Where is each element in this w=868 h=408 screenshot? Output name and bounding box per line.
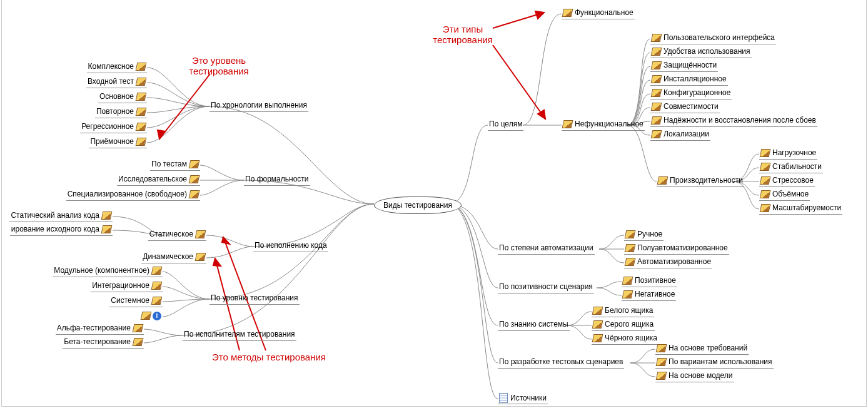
pencil-icon xyxy=(625,258,636,266)
annot-methods: Это методы тестирования xyxy=(188,352,350,362)
pencil-icon xyxy=(656,344,667,352)
pencil-icon xyxy=(189,190,200,198)
pencil-icon xyxy=(136,108,147,116)
pencil-icon xyxy=(651,34,662,42)
auto-item-2[interactable]: Автоматизированное xyxy=(624,257,712,268)
branch-executors[interactable]: По исполнителям тестирования xyxy=(183,329,296,341)
chronology-item-4[interactable]: Регрессионное xyxy=(80,121,147,133)
code-exec-dynamic[interactable]: Динамическое xyxy=(141,252,206,263)
pencil-icon xyxy=(651,103,662,111)
center-node[interactable]: Виды тестирования xyxy=(374,196,462,214)
goals-perf[interactable]: Производительности xyxy=(657,175,744,187)
nf-item-0[interactable]: Пользовательского интерфейса xyxy=(650,33,776,44)
scen-item-1[interactable]: По вариантам использования xyxy=(655,357,774,369)
formality-item-2[interactable]: Специализированное (свободное) xyxy=(66,189,200,201)
branch-code-exec[interactable]: По исполнению кода xyxy=(253,240,328,252)
pencil-icon xyxy=(622,290,633,298)
auto-item-1[interactable]: Полуавтоматизированное xyxy=(624,243,729,255)
pencil-icon xyxy=(562,9,573,17)
pencil-icon xyxy=(151,297,163,305)
nf-item-2[interactable]: Защищённости xyxy=(650,60,718,72)
pencil-icon xyxy=(151,282,163,290)
nf-item-1[interactable]: Удобства использования xyxy=(650,46,752,58)
branch-formality[interactable]: По формальности xyxy=(244,174,310,186)
annot-types: Эти типытестирования xyxy=(425,24,500,45)
chronology-item-1[interactable]: Входной тест xyxy=(86,76,147,88)
pencil-icon xyxy=(760,149,771,157)
auto-item-0[interactable]: Ручное xyxy=(624,229,664,241)
nf-item-6[interactable]: Надёжности и восстановления после сбоев xyxy=(650,115,817,127)
pencil-icon xyxy=(651,89,662,97)
pencil-icon xyxy=(136,93,147,101)
pencil-icon xyxy=(189,175,200,183)
branch-automation[interactable]: По степени автоматизации xyxy=(498,243,595,255)
know-item-1[interactable]: Серого ящика xyxy=(592,319,655,331)
pencil-icon xyxy=(651,75,662,83)
pencil-icon xyxy=(625,244,636,252)
pencil-icon xyxy=(562,120,573,128)
level-item-2[interactable]: Системное xyxy=(109,295,163,307)
branch-positivity[interactable]: По позитивности сценария xyxy=(498,282,594,293)
goals-functional[interactable]: Функциональное xyxy=(562,8,635,19)
pencil-icon xyxy=(592,307,603,315)
chronology-item-2[interactable]: Основное xyxy=(98,91,147,103)
code-exec-static[interactable]: Статическое xyxy=(148,229,206,241)
static-child-1[interactable]: ирование исходного кода xyxy=(10,224,113,236)
pencil-icon xyxy=(136,63,147,71)
pencil-icon xyxy=(101,212,113,220)
perf-item-4[interactable]: Масштабируемости xyxy=(759,203,842,215)
pencil-icon xyxy=(136,138,147,146)
nf-item-7[interactable]: Локализации xyxy=(650,129,710,141)
scen-item-2[interactable]: На основе модели xyxy=(655,370,734,382)
perf-item-1[interactable]: Стабильности xyxy=(759,161,823,173)
chronology-item-3[interactable]: Повторное xyxy=(95,106,147,118)
pos-item-1[interactable]: Негативное xyxy=(622,289,676,301)
document-icon xyxy=(499,393,508,403)
formality-item-0[interactable]: По тестам xyxy=(150,159,200,171)
perf-item-2[interactable]: Стрессовое xyxy=(759,175,815,187)
perf-item-3[interactable]: Объёмное xyxy=(759,189,810,201)
level-item-extra[interactable]: i xyxy=(138,310,163,322)
level-item-1[interactable]: Интеграционное xyxy=(91,280,163,292)
pencil-icon xyxy=(189,160,200,168)
pencil-icon xyxy=(622,277,633,285)
pencil-icon xyxy=(651,61,662,69)
pencil-icon xyxy=(656,372,667,380)
pencil-icon xyxy=(651,48,662,56)
pencil-icon xyxy=(136,78,147,86)
formality-item-1[interactable]: Исследовательское xyxy=(117,174,200,186)
pencil-icon xyxy=(151,267,163,275)
pencil-icon xyxy=(195,230,206,238)
nf-item-4[interactable]: Конфигурационное xyxy=(650,88,732,99)
info-icon: i xyxy=(153,312,161,320)
pencil-icon xyxy=(592,320,603,329)
branch-sources[interactable]: Источники xyxy=(498,392,548,404)
branch-level[interactable]: По уровню тестирования xyxy=(209,293,300,305)
static-child-0[interactable]: Статический анализ кода xyxy=(9,210,113,222)
branch-scenarios[interactable]: По разработке тестовых сценариев xyxy=(498,357,624,369)
level-item-0[interactable]: Модульное (компонентное) xyxy=(53,265,163,277)
perf-item-0[interactable]: Нагрузочное xyxy=(759,148,817,160)
pencil-icon xyxy=(651,116,662,125)
know-item-2[interactable]: Чёрного ящика xyxy=(592,333,659,345)
pencil-icon xyxy=(141,312,152,320)
center-label: Виды тестирования xyxy=(383,201,452,210)
know-item-0[interactable]: Белого ящика xyxy=(592,305,654,317)
pos-item-0[interactable]: Позитивное xyxy=(622,275,677,287)
nf-item-3[interactable]: Инсталляционное xyxy=(650,74,728,86)
chronology-item-0[interactable]: Комплексное xyxy=(87,61,147,73)
branch-chronology[interactable]: По хронологии выполнения xyxy=(209,100,308,112)
goals-nonfunctional[interactable]: Нефункциональное xyxy=(562,119,645,131)
pencil-icon xyxy=(657,176,669,185)
pencil-icon xyxy=(760,190,771,198)
executors-item-0[interactable]: Альфа-тестирование xyxy=(56,323,144,335)
branch-knowledge[interactable]: По знанию системы xyxy=(498,319,570,331)
branch-goals[interactable]: По целям xyxy=(488,119,523,131)
pencil-icon xyxy=(760,176,771,185)
chronology-item-5[interactable]: Приёмочное xyxy=(89,136,147,148)
scen-item-0[interactable]: На основе требований xyxy=(655,343,749,355)
pencil-icon xyxy=(760,163,771,171)
nf-item-5[interactable]: Совместимости xyxy=(650,101,720,113)
executors-item-1[interactable]: Бета-тестирование xyxy=(63,337,144,349)
pencil-icon xyxy=(656,358,667,366)
